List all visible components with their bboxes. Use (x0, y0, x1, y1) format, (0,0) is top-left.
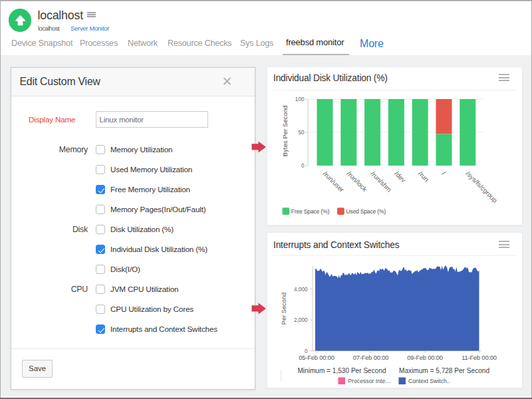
svg-text:4,000: 4,000 (294, 287, 308, 293)
svg-text:11-Feb 00:00: 11-Feb 00:00 (462, 354, 497, 361)
svg-text:07-Feb 00:00: 07-Feb 00:00 (353, 354, 388, 361)
svg-text:Maximum = 5,728 Per Second: Maximum = 5,728 Per Second (399, 367, 489, 374)
svg-text:2,000: 2,000 (294, 317, 308, 323)
svg-text:Minimum = 1,530 Per Second: Minimum = 1,530 Per Second (297, 367, 386, 374)
svg-text:0: 0 (301, 163, 305, 169)
svg-text:100: 100 (295, 96, 305, 102)
svg-text:/run/shm: /run/shm (369, 170, 392, 193)
svg-text:Per Second: Per Second (281, 293, 287, 325)
svg-text:09-Feb 00:00: 09-Feb 00:00 (407, 354, 442, 361)
svg-text:Processor Inte…: Processor Inte… (348, 378, 391, 384)
svg-text:/: / (441, 170, 448, 176)
svg-text:/run: /run (417, 170, 430, 183)
svg-text:/sys/fs/cgroup: /sys/fs/cgroup (465, 170, 499, 204)
svg-text:Context Switch..: Context Switch.. (408, 378, 450, 384)
svg-text:/dev: /dev (393, 170, 407, 184)
svg-text:Free Space (%): Free Space (%) (291, 208, 330, 215)
svg-text:Bytes Per Second: Bytes Per Second (281, 106, 289, 157)
svg-text:/run/user: /run/user (322, 170, 346, 194)
svg-text:05-Feb 00:00: 05-Feb 00:00 (299, 354, 334, 361)
svg-text:50: 50 (298, 130, 305, 136)
svg-text:Used Space (%): Used Space (%) (346, 208, 386, 215)
svg-text:/run/lock: /run/lock (346, 170, 369, 193)
